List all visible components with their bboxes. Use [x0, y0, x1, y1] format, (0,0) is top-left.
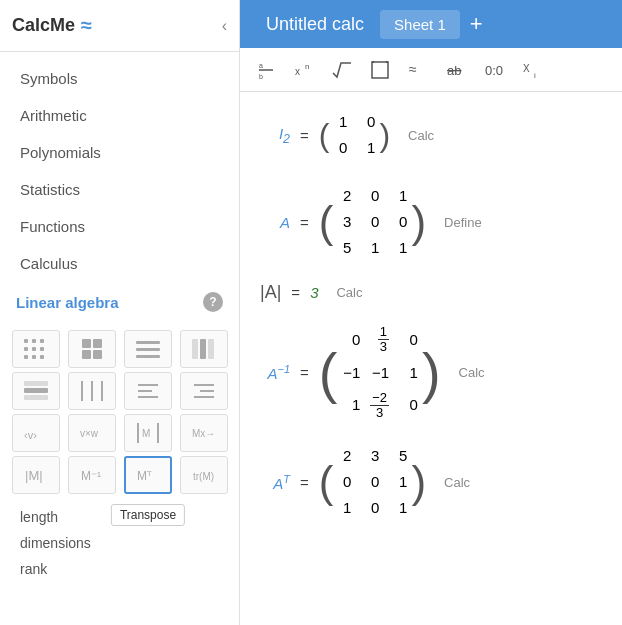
icon-matrix-lines[interactable]	[124, 330, 172, 368]
icon-cross-product[interactable]: v×w	[68, 414, 116, 452]
svg-rect-15	[136, 355, 160, 358]
svg-text:M: M	[142, 428, 150, 439]
icon-vector[interactable]: ‹v›	[12, 414, 60, 452]
help-icon[interactable]: ?	[203, 292, 223, 312]
fraction-button[interactable]: ab	[248, 54, 284, 86]
expr-detA: |A| = 3 Calc	[260, 282, 602, 303]
svg-rect-17	[200, 339, 206, 359]
icon-matrix-dots[interactable]	[12, 330, 60, 368]
sidebar-item-statistics[interactable]: Statistics	[0, 171, 239, 208]
main-area: Untitled calc Sheet 1 + ab xn ≈ ab 0:0	[240, 0, 622, 625]
expr-AT-matrix: ( 2 3 5 0 0 1 1 0 1 )	[319, 442, 426, 522]
add-sheet-button[interactable]: +	[460, 13, 493, 35]
expr-AT-label: AT	[260, 473, 290, 492]
svg-rect-1	[24, 347, 28, 351]
strikethrough-button[interactable]: ab	[438, 54, 474, 86]
icon-det-abs[interactable]: |M|	[12, 456, 60, 494]
icon-trace[interactable]: tr(M)	[180, 456, 228, 494]
sidebar-item-calculus[interactable]: Calculus	[0, 245, 239, 282]
svg-rect-10	[93, 339, 102, 348]
svg-rect-3	[32, 339, 36, 343]
svg-rect-14	[136, 348, 160, 351]
icon-col-select[interactable]	[180, 330, 228, 368]
icon-row-select[interactable]	[12, 372, 60, 410]
svg-rect-20	[24, 388, 48, 393]
sidebar-item-arithmetic[interactable]: Arithmetic	[0, 97, 239, 134]
sidebar-item-functions[interactable]: Functions	[0, 208, 239, 245]
subscript-button[interactable]: Xi	[514, 54, 550, 86]
svg-rect-12	[93, 350, 102, 359]
icon-grid: ‹v› v×w M Mx→ |M| M⁻¹ Mᵀ Transpose tr(M)	[0, 326, 239, 498]
svg-text:0:0: 0:0	[485, 63, 503, 78]
icon-grid-lines[interactable]	[68, 372, 116, 410]
icon-align-left[interactable]	[124, 372, 172, 410]
link-dimensions[interactable]: dimensions	[20, 532, 219, 554]
app-logo: CalcMe ≈	[12, 14, 92, 37]
svg-rect-46	[372, 62, 388, 78]
svg-rect-9	[82, 339, 91, 348]
expr-Ainv-action[interactable]: Calc	[459, 365, 485, 380]
sqrt-button[interactable]	[324, 54, 360, 86]
sidebar-item-polynomials[interactable]: Polynomials	[0, 134, 239, 171]
svg-rect-6	[40, 339, 44, 343]
icon-inverse[interactable]: M⁻¹	[68, 456, 116, 494]
collapse-button[interactable]: ‹	[222, 17, 227, 35]
svg-text:|M|: |M|	[25, 468, 43, 483]
svg-rect-8	[40, 355, 44, 359]
sheet-tab[interactable]: Sheet 1	[380, 10, 460, 39]
logo-symbol: ≈	[81, 14, 92, 37]
expr-AT: AT = ( 2 3 5 0 0 1 1 0 1 ) Calc	[260, 442, 602, 522]
svg-rect-11	[82, 350, 91, 359]
expr-A-action[interactable]: Define	[444, 215, 482, 230]
icon-transpose[interactable]: Mᵀ Transpose	[124, 456, 172, 494]
svg-text:ab: ab	[447, 63, 461, 78]
svg-text:Mᵀ: Mᵀ	[137, 469, 152, 483]
svg-rect-5	[32, 355, 36, 359]
expr-I2-eq: =	[300, 127, 309, 144]
link-rank[interactable]: rank	[20, 558, 219, 580]
svg-text:b: b	[259, 73, 263, 80]
expr-A-label: A	[260, 214, 290, 231]
math-content: I2 = ( 1 0 0 1 ) Calc A = ( 2	[240, 92, 622, 625]
expr-Ainv-eq: =	[300, 364, 309, 381]
sidebar-item-symbols[interactable]: Symbols	[0, 60, 239, 97]
icon-det[interactable]: M	[124, 414, 172, 452]
icon-solve[interactable]: Mx→	[180, 414, 228, 452]
expr-I2: I2 = ( 1 0 0 1 ) Calc	[260, 108, 602, 162]
toolbar: ab xn ≈ ab 0:0 Xi	[240, 48, 622, 92]
svg-rect-0	[24, 339, 28, 343]
superscript-button[interactable]: xn	[286, 54, 322, 86]
svg-text:Mx→: Mx→	[192, 428, 215, 439]
link-length[interactable]: length	[20, 506, 219, 528]
svg-text:tr(M): tr(M)	[193, 471, 214, 482]
approx-button[interactable]: ≈	[400, 54, 436, 86]
matrix-button[interactable]	[362, 54, 398, 86]
sidebar: CalcMe ≈ ‹ Symbols Arithmetic Polynomial…	[0, 0, 240, 625]
expr-I2-action[interactable]: Calc	[408, 128, 434, 143]
expr-I2-label: I2	[260, 125, 290, 146]
expr-I2-matrix: ( 1 0 0 1 )	[319, 108, 390, 162]
expr-AT-eq: =	[300, 474, 309, 491]
expr-Ainv-label: A−1	[260, 363, 290, 382]
expr-detA-result: 3	[310, 284, 318, 301]
abs-button[interactable]: 0:0	[476, 54, 512, 86]
expr-A-eq: =	[300, 214, 309, 231]
logo-text: CalcMe	[12, 15, 75, 36]
expr-Ainv: A−1 = ( 0 1 3 0 −1 −1 1 1	[260, 323, 602, 422]
svg-text:x: x	[295, 66, 300, 77]
svg-text:n: n	[305, 62, 309, 71]
svg-rect-18	[208, 339, 214, 359]
sidebar-item-linear-algebra[interactable]: Linear algebra ?	[0, 282, 239, 318]
icon-matrix-block[interactable]	[68, 330, 116, 368]
svg-rect-4	[32, 347, 36, 351]
svg-text:≈: ≈	[409, 61, 417, 77]
main-header: Untitled calc Sheet 1 +	[240, 0, 622, 48]
sidebar-header: CalcMe ≈ ‹	[0, 0, 239, 52]
svg-text:X: X	[523, 63, 530, 74]
sidebar-nav: Symbols Arithmetic Polynomials Statistic…	[0, 52, 239, 326]
expr-detA-action[interactable]: Calc	[336, 285, 362, 300]
svg-text:‹v›: ‹v›	[24, 429, 37, 441]
expr-AT-action[interactable]: Calc	[444, 475, 470, 490]
doc-title[interactable]: Untitled calc	[250, 0, 380, 48]
icon-align-right[interactable]	[180, 372, 228, 410]
